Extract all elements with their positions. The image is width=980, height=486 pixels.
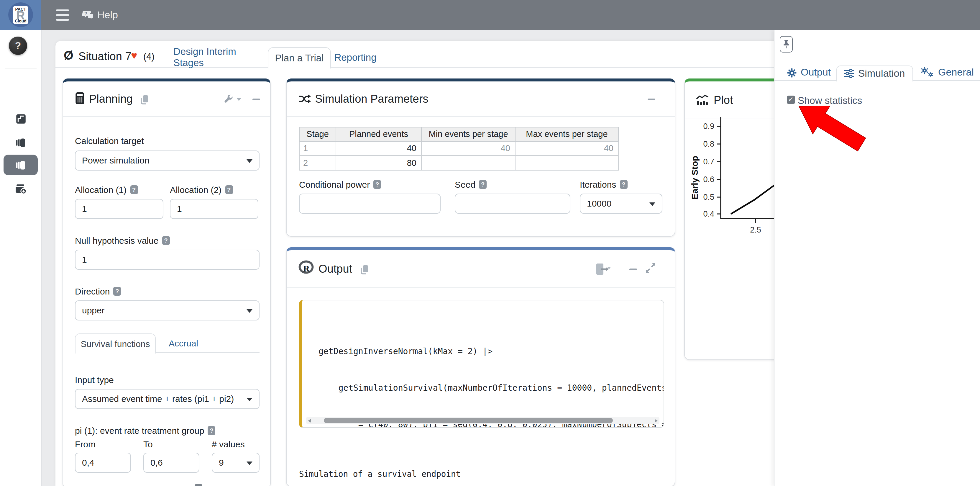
output-card-header: R Output	[286, 250, 675, 288]
scrollbar-thumb[interactable]	[324, 418, 613, 424]
sidebar-item-situations[interactable]	[3, 132, 38, 153]
panel-tab-general[interactable]: General	[921, 65, 974, 80]
min-1[interactable]: 40	[422, 141, 515, 156]
events-table-header-row: Stage Planned events Min events per stag…	[299, 127, 619, 141]
empty-set-icon: Ø	[64, 48, 73, 62]
r-logo-icon: R	[299, 260, 314, 275]
rpact-cloud-logo[interactable]: PACT R Cloud	[0, 0, 41, 30]
heart-icon[interactable]: ♥	[131, 49, 137, 62]
direction-select[interactable]: upper	[75, 300, 259, 320]
gears-icon	[921, 67, 934, 78]
gear-icon	[786, 68, 797, 78]
help-button[interactable]: ? Help	[81, 7, 118, 24]
clipped-checkbox[interactable]	[195, 484, 202, 486]
subtab-survival-functions[interactable]: Survival functions	[75, 333, 156, 353]
user-avatar[interactable]: ?	[9, 37, 27, 55]
export-icon[interactable]	[596, 262, 613, 275]
help-chat-icon: ?	[81, 10, 94, 21]
collapse-simparams-button[interactable]	[648, 98, 655, 100]
panel-tab-simulation[interactable]: Simulation	[836, 65, 913, 81]
output-card: R Output getDesignInv	[286, 247, 675, 486]
col-max: Max events per stage	[515, 127, 619, 141]
situation-title: Situation 7	[78, 50, 132, 63]
null-hypothesis-input[interactable]: 1	[75, 249, 259, 269]
output-title: Output	[318, 262, 352, 275]
min-2[interactable]	[422, 156, 515, 170]
archive-plus-icon	[14, 183, 27, 195]
allocation1-help-icon[interactable]: ?	[130, 185, 138, 194]
pi1-to-label: To	[143, 439, 153, 449]
calculator-icon	[75, 92, 85, 104]
app-window: PACT R Cloud ? Help	[0, 0, 980, 486]
conditional-power-input[interactable]	[299, 193, 441, 214]
screenshot-viewport: PACT R Cloud ? Help	[0, 0, 980, 486]
calculation-target-label: Calculation target	[75, 135, 144, 145]
tab-design-interim-stages[interactable]: Design Interim Stages	[173, 47, 258, 67]
collapse-output-button[interactable]	[629, 268, 637, 270]
sidebar-item-designs[interactable]	[3, 108, 38, 129]
r-code-block[interactable]: getDesignInverseNormal(kMax = 2) |> getS…	[299, 300, 664, 428]
copy-output-icon[interactable]	[359, 264, 369, 275]
seed-input[interactable]	[455, 193, 570, 214]
max-1[interactable]: 40	[515, 141, 619, 156]
logo-line2: Cloud	[13, 19, 28, 23]
left-sidebar: ?	[0, 30, 42, 486]
r-code: getDesignInverseNormal(kMax = 2) |> getS…	[318, 320, 664, 428]
panel-tab-general-label: General	[938, 67, 974, 78]
seed-help-icon[interactable]: ?	[479, 180, 487, 188]
code-horizontal-scrollbar[interactable]	[306, 417, 659, 424]
planning-card-header: Planning	[63, 81, 270, 116]
ytick: 0.6	[703, 175, 714, 183]
iterations-help-icon[interactable]: ?	[620, 180, 627, 188]
scroll-left-icon[interactable]	[308, 419, 311, 422]
input-type-label: Input type	[75, 374, 114, 384]
collapse-planning-button[interactable]	[253, 98, 260, 100]
input-type-select[interactable]: Assumed event time + rates (pi1 + pi2)	[75, 389, 259, 409]
pi1-to-input[interactable]: 0,6	[143, 453, 199, 472]
tab-reporting[interactable]: Reporting	[333, 47, 377, 67]
planned-1[interactable]: 40	[336, 141, 422, 156]
panel-tab-output-label: Output	[801, 67, 831, 78]
calculation-target-select[interactable]: Power simulation	[75, 150, 259, 170]
ytick: 0.7	[703, 157, 714, 166]
sidebar-item-archive-add[interactable]	[3, 179, 38, 199]
menu-icon[interactable]	[56, 10, 69, 21]
conditional-power-help-icon[interactable]: ?	[373, 180, 381, 188]
scroll-right-icon[interactable]	[655, 419, 658, 422]
code-line: getDesignInverseNormal(kMax = 2) |>	[318, 345, 664, 357]
pi1-from-input[interactable]: 0,4	[75, 453, 131, 472]
pi1-numvalues-select[interactable]: 9	[212, 453, 259, 472]
svg-text:R: R	[303, 263, 310, 273]
wrench-icon[interactable]	[224, 94, 234, 104]
conditional-power-label: Conditional power?	[299, 179, 381, 189]
allocation1-input[interactable]: 1	[75, 199, 163, 219]
simparams-title: Simulation Parameters	[315, 92, 428, 105]
expand-output-icon[interactable]	[645, 262, 657, 274]
pi1-help-icon[interactable]: ?	[208, 426, 216, 435]
iterations-select[interactable]: 10000	[580, 193, 662, 214]
allocation2-input[interactable]: 1	[170, 199, 258, 219]
allocation1-label: Allocation (1)?	[75, 185, 138, 194]
tab-plan-a-trial[interactable]: Plan a Trial	[268, 47, 331, 69]
direction-help-icon[interactable]: ?	[113, 287, 121, 295]
chevron-down-icon	[247, 461, 253, 465]
ytick: 0.9	[703, 121, 714, 131]
settings-side-panel: Output Simulation	[773, 30, 980, 486]
logo-plate: PACT R Cloud	[13, 6, 28, 24]
panel-tab-output[interactable]: Output	[786, 65, 831, 80]
wrench-caret-icon[interactable]	[237, 98, 241, 100]
pin-panel-button[interactable]	[780, 36, 792, 53]
allocation2-help-icon[interactable]: ?	[225, 185, 233, 194]
sidebar-divider	[5, 68, 37, 69]
copy-icon[interactable]	[138, 94, 149, 105]
planned-2[interactable]: 80	[336, 156, 422, 170]
allocation2-label: Allocation (2)?	[170, 185, 233, 194]
sidebar-item-plan-active[interactable]	[3, 155, 38, 175]
favorites-count: (4)	[143, 51, 154, 62]
subtab-accrual[interactable]: Accrual	[163, 333, 204, 353]
null-hypothesis-help-icon[interactable]: ?	[162, 236, 170, 245]
direction-label: Direction?	[75, 286, 121, 296]
max-2[interactable]	[515, 156, 619, 170]
design-steps-icon	[14, 113, 27, 125]
ytick: 0.5	[703, 193, 714, 201]
